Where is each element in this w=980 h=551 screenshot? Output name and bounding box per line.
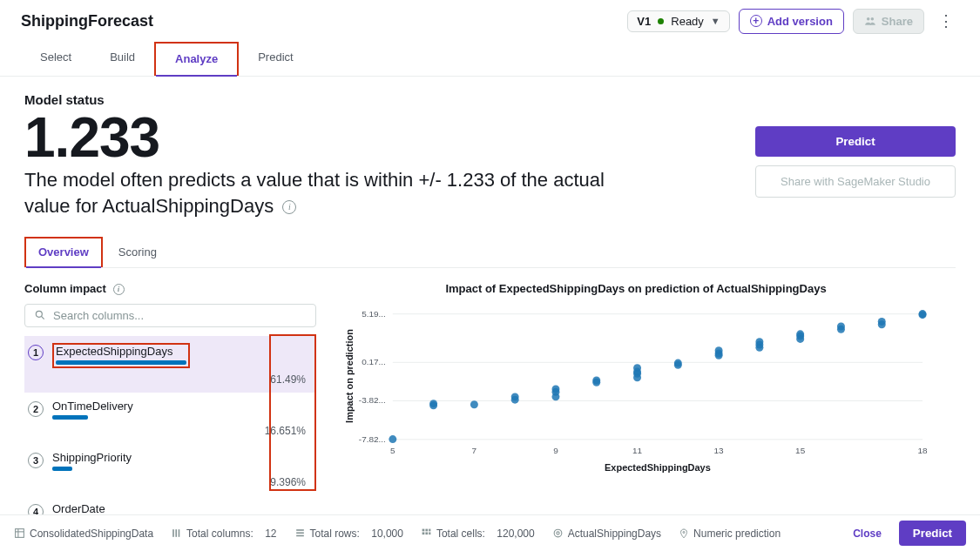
app-header: ShippingForecast V1 Ready ▼ + Add versio… bbox=[0, 0, 980, 42]
svg-text:0.17...: 0.17... bbox=[362, 357, 386, 366]
svg-rect-58 bbox=[179, 529, 180, 537]
rank-badge: 2 bbox=[28, 401, 44, 417]
info-icon[interactable]: i bbox=[282, 200, 296, 214]
svg-text:5.19...: 5.19... bbox=[362, 308, 386, 318]
impact-name: ShippingPriority bbox=[52, 451, 313, 464]
tab-analyze[interactable]: Analyze bbox=[154, 42, 239, 76]
chevron-down-icon: ▼ bbox=[711, 16, 720, 26]
rank-badge: 3 bbox=[28, 453, 44, 468]
svg-rect-56 bbox=[172, 529, 174, 537]
svg-point-27 bbox=[551, 393, 559, 400]
impact-pct: 61.49% bbox=[52, 373, 313, 386]
target-icon bbox=[552, 527, 564, 539]
impact-row-1[interactable]: 1 ExpectedShippingDays 61.49% bbox=[24, 336, 316, 393]
search-placeholder: Search columns... bbox=[53, 309, 144, 322]
column-impact-header: Column impact i bbox=[24, 282, 316, 304]
svg-text:Impact on prediction: Impact on prediction bbox=[344, 328, 355, 422]
rows-icon bbox=[294, 527, 306, 539]
svg-text:13: 13 bbox=[714, 445, 725, 454]
svg-line-3 bbox=[41, 317, 44, 319]
impact-pct: 9.396% bbox=[52, 476, 313, 488]
version-label: V1 bbox=[637, 15, 651, 28]
subtab-scoring[interactable]: Scoring bbox=[103, 237, 172, 267]
svg-rect-61 bbox=[296, 535, 304, 537]
add-version-label: Add version bbox=[767, 15, 833, 28]
footer-status-bar: ConsolidatedShippingData Total columns: … bbox=[0, 514, 980, 551]
more-menu-button[interactable]: ⋮ bbox=[933, 11, 959, 30]
status-label: Ready bbox=[671, 15, 704, 28]
tab-predict[interactable]: Predict bbox=[239, 42, 312, 76]
svg-text:7: 7 bbox=[472, 445, 477, 454]
tab-build[interactable]: Build bbox=[91, 42, 154, 76]
svg-point-46 bbox=[837, 322, 845, 330]
desc-line-2: value for ActualShippingDays bbox=[24, 195, 274, 217]
share-label: Share bbox=[882, 15, 913, 28]
svg-point-22 bbox=[470, 400, 478, 408]
share-button[interactable]: Share bbox=[853, 9, 924, 34]
column-impact-panel: Column impact i Search columns... 1 Expe… bbox=[24, 268, 316, 551]
svg-text:-7.82...: -7.82... bbox=[359, 433, 386, 443]
grid-icon bbox=[421, 527, 432, 539]
impact-row-3[interactable]: 3 ShippingPriority 9.396% bbox=[24, 444, 316, 495]
svg-point-50 bbox=[919, 310, 927, 318]
svg-point-24 bbox=[511, 395, 519, 403]
svg-text:5: 5 bbox=[390, 445, 395, 454]
share-sagemaker-button[interactable]: Share with SageMaker Studio bbox=[755, 165, 956, 198]
svg-point-33 bbox=[633, 373, 641, 381]
header-controls: V1 Ready ▼ + Add version Share ⋮ bbox=[627, 9, 959, 34]
footer-rows: Total rows: 10,000 bbox=[294, 527, 403, 540]
scatter-chart: 5.19...0.17...-3.82...-7.82...5791113151… bbox=[341, 302, 931, 476]
svg-point-1 bbox=[870, 17, 874, 21]
model-actions: Predict Share with SageMaker Studio bbox=[755, 109, 956, 219]
search-input[interactable]: Search columns... bbox=[24, 304, 316, 327]
search-icon bbox=[34, 309, 46, 321]
svg-text:9: 9 bbox=[553, 445, 558, 454]
model-status-description: The model often predicts a value that is… bbox=[24, 167, 734, 218]
svg-point-70 bbox=[683, 531, 685, 533]
page-title: ShippingForecast bbox=[21, 12, 627, 30]
people-icon bbox=[864, 15, 876, 27]
svg-rect-65 bbox=[422, 532, 425, 534]
pin-icon bbox=[679, 527, 689, 540]
footer-target: ActualShippingDays bbox=[552, 527, 661, 540]
impact-pct: 16.651% bbox=[52, 425, 313, 437]
svg-rect-53 bbox=[16, 529, 24, 538]
footer-model-type: Numeric prediction bbox=[679, 527, 781, 540]
svg-rect-64 bbox=[429, 529, 430, 532]
svg-point-2 bbox=[36, 311, 42, 317]
model-status-block: 1.233 The model often predicts a value t… bbox=[24, 109, 734, 219]
plus-circle-icon: + bbox=[750, 15, 762, 27]
table-icon bbox=[14, 527, 25, 539]
svg-text:ExpectedShippingDays: ExpectedShippingDays bbox=[605, 461, 711, 472]
footer-columns: Total columns: 12 bbox=[171, 527, 276, 540]
predict-button[interactable]: Predict bbox=[755, 126, 956, 157]
info-icon[interactable]: i bbox=[113, 284, 125, 295]
close-button[interactable]: Close bbox=[853, 527, 882, 540]
svg-text:18: 18 bbox=[917, 445, 928, 454]
subtab-overview[interactable]: Overview bbox=[24, 237, 103, 267]
svg-point-19 bbox=[389, 435, 396, 443]
version-selector[interactable]: V1 Ready ▼ bbox=[627, 10, 729, 32]
footer-dataset: ConsolidatedShippingData bbox=[14, 527, 153, 540]
chart-panel: Impact of ExpectedShippingDays on predic… bbox=[316, 268, 956, 551]
footer-predict-button[interactable]: Predict bbox=[899, 521, 966, 546]
svg-rect-62 bbox=[422, 529, 425, 532]
desc-line-1: The model often predicts a value that is… bbox=[24, 169, 605, 191]
svg-point-41 bbox=[755, 343, 763, 351]
footer-cells: Total cells: 120,000 bbox=[421, 527, 535, 540]
tab-select[interactable]: Select bbox=[21, 42, 91, 76]
overview-content: Column impact i Search columns... 1 Expe… bbox=[24, 268, 956, 551]
svg-point-38 bbox=[715, 351, 723, 359]
rank-badge: 1 bbox=[28, 345, 44, 360]
model-status-label: Model status bbox=[24, 92, 956, 107]
impact-name: OnTimeDelivery bbox=[52, 400, 313, 413]
analyze-subtabs: Overview Scoring bbox=[24, 237, 956, 268]
add-version-button[interactable]: + Add version bbox=[739, 9, 844, 34]
impact-row-2[interactable]: 2 OnTimeDelivery 16.651% bbox=[24, 393, 316, 444]
columns-icon bbox=[171, 527, 182, 539]
svg-point-29 bbox=[592, 378, 600, 386]
chart-title: Impact of ExpectedShippingDays on predic… bbox=[341, 282, 931, 295]
svg-rect-63 bbox=[425, 529, 428, 532]
svg-text:15: 15 bbox=[795, 445, 806, 454]
model-metric: 1.233 bbox=[24, 109, 734, 167]
